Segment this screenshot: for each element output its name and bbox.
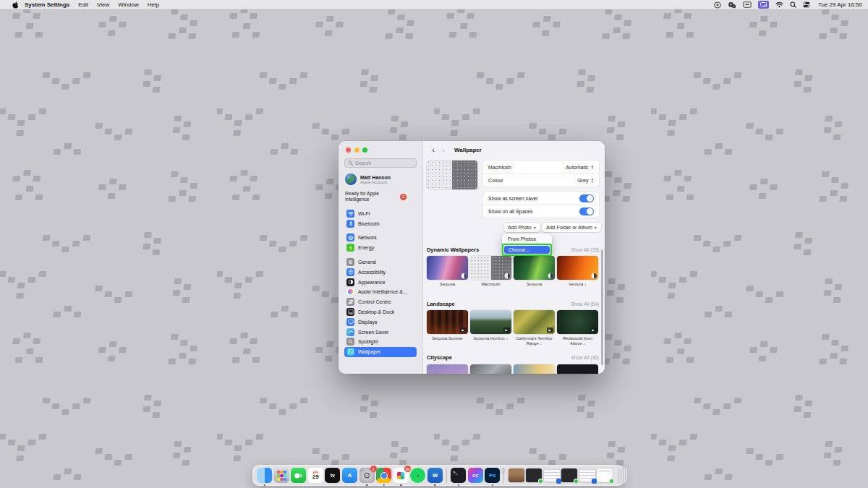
- menu-help[interactable]: Help: [148, 1, 159, 8]
- minimized-window-thumbnail[interactable]: [561, 468, 577, 482]
- wifi-status-icon[interactable]: [775, 1, 783, 8]
- system-settings-dock-icon[interactable]: ⚙1: [359, 468, 375, 483]
- finder-dock-icon[interactable]: [257, 468, 272, 483]
- zoom-window-button[interactable]: [362, 147, 367, 153]
- account-row[interactable]: Matt Hanson Apple Account: [345, 174, 417, 185]
- video-badge-icon: ▶: [547, 328, 553, 333]
- spotify-dock-icon[interactable]: ♪: [410, 468, 425, 483]
- menubar-clock[interactable]: Tue 29 Apr 16:50: [818, 1, 862, 8]
- wallpaper-mode-select[interactable]: Automatic ▲▼: [566, 165, 594, 170]
- sidebar-item-apple-intelligence[interactable]: Apple Intelligence &...: [344, 287, 417, 297]
- back-button[interactable]: ‹: [428, 145, 438, 154]
- search-input[interactable]: Search: [344, 158, 417, 168]
- sidebar-item-network[interactable]: Network: [344, 233, 417, 243]
- forward-button[interactable]: ›: [438, 145, 448, 154]
- minimized-photo-thumbnail[interactable]: [509, 468, 524, 482]
- sidebar-item-wallpaper[interactable]: Wallpaper: [344, 347, 417, 357]
- add-folder-album-button[interactable]: Add Folder or Album ▾: [542, 223, 601, 232]
- sidebar-item-screen-saver[interactable]: Screen Saver: [344, 327, 417, 337]
- stepper-icon: ▲▼: [590, 178, 594, 183]
- menubar-app-name[interactable]: System Settings: [25, 1, 69, 8]
- scrollbar[interactable]: [601, 249, 603, 365]
- apple-tv-dock-icon[interactable]: tv: [325, 468, 340, 483]
- display-icon: [346, 318, 354, 326]
- sidebar-item-wifi[interactable]: Wi-Fi: [344, 208, 417, 218]
- wallpaper-tile[interactable]: ▶ Sequoia Sunrise: [427, 310, 468, 346]
- creative-cloud-dock-icon[interactable]: CC: [468, 468, 483, 483]
- stepper-icon: ▲▼: [590, 165, 594, 170]
- menu-edit[interactable]: Edit: [78, 1, 88, 8]
- word-dock-icon[interactable]: W: [427, 468, 443, 483]
- wallpaper-tile[interactable]: [427, 364, 468, 374]
- dock: APR 29 tv A ⚙1 10 ♪ W >_ CC Ps: [252, 465, 624, 486]
- app-store-dock-icon[interactable]: A: [342, 468, 357, 483]
- search-icon: [348, 160, 353, 166]
- add-photo-menu: From Photos Choose...: [502, 234, 552, 256]
- apple-intelligence-banner[interactable]: Ready for Apple Intelligence 1: [345, 191, 417, 202]
- control-center-icon[interactable]: [803, 1, 810, 8]
- dynamic-wallpapers-row: Sequoia Macintosh Sonoma Ventura ↓: [427, 256, 598, 287]
- launchpad-dock-icon[interactable]: [274, 468, 289, 483]
- sidebar-item-general[interactable]: ⚙ General: [344, 257, 417, 267]
- show-all-landscape-link[interactable]: Show All (64): [571, 301, 599, 307]
- minimized-window-thumbnail[interactable]: [526, 468, 542, 482]
- status-app-icon[interactable]: [714, 1, 721, 9]
- close-window-button[interactable]: [346, 147, 351, 153]
- screen-mirroring-icon[interactable]: [758, 1, 769, 9]
- sidebar-item-displays[interactable]: Displays: [344, 317, 417, 327]
- menu-view[interactable]: View: [97, 1, 109, 8]
- show-all-cityscape-link[interactable]: Show All (30): [571, 355, 599, 360]
- sidebar-item-accessibility[interactable]: Accessibility: [344, 267, 417, 277]
- calendar-day: 29: [312, 474, 319, 480]
- minimized-document-thumbnail[interactable]: [544, 468, 560, 482]
- chevron-down-icon: ▾: [595, 225, 597, 230]
- minimized-browser-thumbnail[interactable]: [597, 468, 613, 482]
- wallpaper-tile[interactable]: Ventura ↓: [557, 256, 598, 287]
- chrome-dock-icon[interactable]: [376, 468, 391, 483]
- screen-saver-toggle[interactable]: [579, 194, 594, 202]
- word-mini-badge-icon: [556, 479, 561, 484]
- wallpaper-tile[interactable]: ▶ Redwoods from Above ↓: [557, 310, 598, 346]
- screen-saver-toggle-row: Show as screen saver: [483, 192, 599, 205]
- all-spaces-toggle[interactable]: [579, 207, 594, 215]
- spotlight-search-icon[interactable]: [790, 1, 796, 8]
- current-wallpaper-preview[interactable]: [427, 160, 477, 189]
- wallpaper-tile[interactable]: Macintosh: [470, 256, 511, 287]
- wallpaper-tile[interactable]: [514, 364, 555, 374]
- minimized-document-thumbnail[interactable]: [579, 468, 595, 482]
- wallpaper-tile[interactable]: Sequoia: [427, 256, 468, 287]
- dynamic-badge-icon: [461, 273, 467, 278]
- slack-dock-icon[interactable]: 10: [393, 468, 409, 483]
- chrome-mini-badge-icon: [609, 479, 614, 484]
- show-all-dynamic-link[interactable]: Show All (33): [571, 247, 599, 252]
- calendar-dock-icon[interactable]: APR 29: [308, 468, 323, 483]
- wallpaper-tile[interactable]: [557, 364, 598, 374]
- keystroke-status-icon[interactable]: [743, 1, 752, 8]
- sidebar-item-desktop-dock[interactable]: Desktop & Dock: [344, 307, 417, 317]
- sidebar-item-energy[interactable]: Energy: [344, 243, 417, 253]
- photoshop-dock-icon[interactable]: Ps: [485, 468, 500, 483]
- apple-menu-icon[interactable]: [10, 1, 20, 9]
- sidebar-item-appearance[interactable]: Appearance: [344, 277, 417, 287]
- video-badge-icon: ▶: [460, 328, 467, 333]
- sidebar-item-control-centre[interactable]: Control Centre: [344, 297, 417, 307]
- wallpaper-tile[interactable]: Sonoma: [514, 256, 555, 287]
- gears-status-icon[interactable]: [728, 1, 736, 9]
- wallpaper-tile[interactable]: ▶ California's Temblor Range ↓: [514, 310, 555, 346]
- add-photo-button[interactable]: Add Photo ▾: [503, 223, 540, 232]
- sidebar-item-bluetooth[interactable]: Bluetooth: [344, 218, 417, 228]
- minimize-window-button[interactable]: [354, 147, 359, 153]
- all-spaces-toggle-label: Show on all Spaces: [488, 209, 532, 214]
- menu-item-choose[interactable]: Choose...: [504, 246, 550, 254]
- facetime-dock-icon[interactable]: [291, 468, 306, 483]
- menu-window[interactable]: Window: [118, 1, 138, 8]
- dynamic-badge-icon: [592, 273, 597, 278]
- window-controls: [346, 147, 417, 153]
- screen-saver-toggle-label: Show as screen saver: [488, 196, 538, 201]
- wallpaper-tile[interactable]: [470, 364, 511, 374]
- menu-item-from-photos[interactable]: From Photos: [503, 235, 550, 243]
- wallpaper-tile[interactable]: ▶ Sonoma Horizon ↓: [470, 310, 511, 346]
- colour-select[interactable]: Grey ▲▼: [577, 178, 594, 183]
- sidebar-item-spotlight[interactable]: Spotlight: [344, 337, 417, 347]
- terminal-dock-icon[interactable]: >_: [451, 468, 466, 483]
